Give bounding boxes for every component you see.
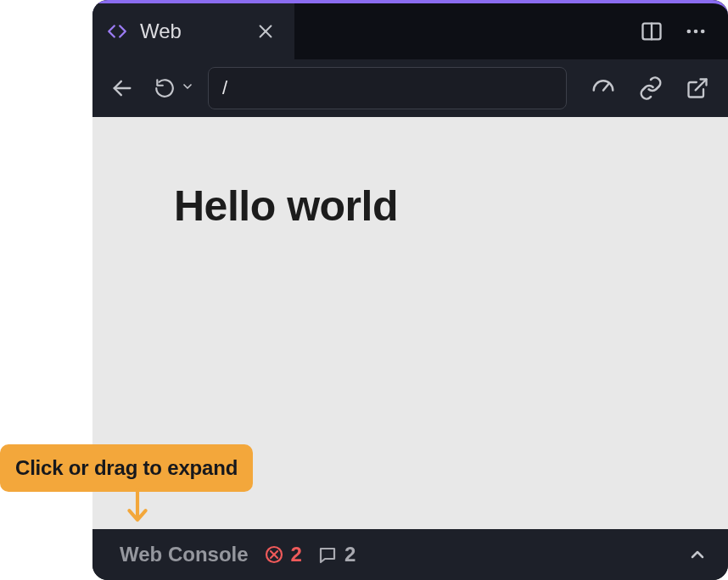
performance-icon[interactable] <box>591 75 616 101</box>
error-count[interactable]: 2 <box>264 543 302 566</box>
address-input[interactable] <box>222 77 552 99</box>
more-menu-button[interactable] <box>684 20 708 43</box>
back-button[interactable] <box>108 74 137 103</box>
open-external-icon[interactable] <box>686 76 709 100</box>
page-heading: Hello world <box>174 181 701 231</box>
toolbar-actions <box>591 75 709 101</box>
reload-menu-chevron[interactable] <box>181 80 194 97</box>
tabbar-actions <box>640 3 728 59</box>
reload-group <box>150 74 194 103</box>
reload-button[interactable] <box>150 74 179 103</box>
message-icon <box>317 544 338 565</box>
tab-bar: Web <box>92 0 728 59</box>
console-title: Web Console <box>120 543 249 566</box>
svg-line-8 <box>603 84 608 91</box>
expand-console-button[interactable] <box>687 544 708 565</box>
error-icon <box>264 544 284 565</box>
link-icon[interactable] <box>638 75 664 101</box>
svg-point-4 <box>687 30 692 34</box>
svg-point-5 <box>694 30 698 34</box>
console-bar[interactable]: Web Console 2 2 <box>92 529 728 580</box>
annotation-callout: Click or drag to expand <box>0 444 253 492</box>
close-tab-button[interactable] <box>252 18 279 45</box>
message-count[interactable]: 2 <box>317 543 356 566</box>
tab-web[interactable]: Web <box>92 3 294 59</box>
browser-window: Web <box>92 0 728 580</box>
annotation-arrow-icon <box>122 488 153 529</box>
annotation-text: Click or drag to expand <box>15 456 238 479</box>
error-count-value: 2 <box>291 543 302 566</box>
split-panel-button[interactable] <box>640 20 664 43</box>
message-count-value: 2 <box>344 543 356 566</box>
code-icon <box>106 20 128 42</box>
tab-title: Web <box>140 20 240 43</box>
address-bar[interactable] <box>208 67 567 109</box>
svg-line-9 <box>696 80 707 91</box>
svg-point-6 <box>701 30 705 34</box>
toolbar <box>92 59 728 117</box>
